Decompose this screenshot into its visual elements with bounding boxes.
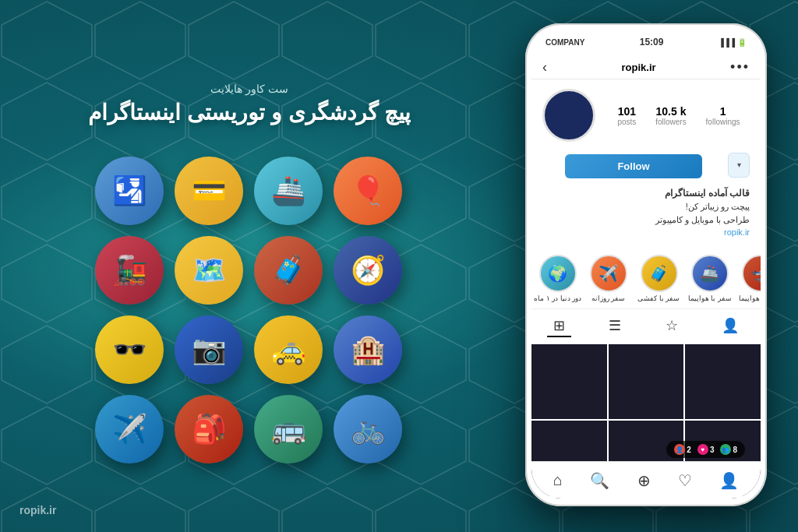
notif-like-icon: 👤	[674, 444, 685, 455]
posts-count: 101	[618, 105, 636, 118]
story-highlights: 🌍 دور دنیا در ۱ ماه ✈️ سفر روزانه 🧳 سفر …	[531, 248, 761, 309]
profile-section: 101 posts 10.5 k followers 1 followings	[531, 79, 761, 248]
brand-watermark: ropik.ir	[19, 504, 56, 516]
icon-glasses: 🕶️	[95, 315, 164, 384]
battery-indicator: ▐▐▐ 🔋	[719, 38, 747, 47]
phone-screen: COMPANY 15:09 ▐▐▐ 🔋 ‹ ropik.ir •••	[531, 31, 761, 499]
bottom-navigation: ⌂ 🔍 ⊕ ♡ 👤	[531, 461, 761, 499]
tagged-tab[interactable]: ☆	[659, 315, 684, 337]
icon-hotel: 🏨	[334, 315, 402, 384]
following-count: 1	[720, 105, 726, 118]
follow-btn-wrap: Follow	[542, 150, 725, 180]
profile-stats: 101 posts 10.5 k followers 1 followings	[608, 105, 750, 126]
left-section: ست کاور هایلایت پیچ گردشگری و توریستی ای…	[16, 0, 483, 532]
carrier: COMPANY	[546, 38, 584, 47]
icon-balloon: 🎈	[334, 157, 402, 225]
icon-compass: 🧭	[334, 236, 402, 305]
icon-card: 💳	[175, 157, 243, 225]
highlight-luggage-label: سفر با کفشی	[637, 294, 680, 302]
icon-ship: 🚢	[254, 157, 323, 225]
highlight-3[interactable]: 🧳 سفر با کفشی	[637, 255, 680, 302]
icon-grid: 🛂 💳 🚢 🎈 🚂 🗺️ 🧳 🧭 🕶️ 📷	[95, 157, 404, 465]
notif-hearts: ♥ 3	[697, 444, 715, 455]
posts-label: posts	[617, 118, 636, 126]
more-options-button[interactable]: •••	[730, 59, 750, 76]
highlight-4[interactable]: 🚢 سفر با هواپیما	[688, 255, 731, 302]
notif-like-count: 2	[687, 446, 691, 454]
notif-follow-count: 8	[733, 446, 737, 454]
list-tab[interactable]: ☰	[602, 315, 627, 337]
stat-posts: 101 posts	[617, 105, 636, 126]
status-bar: COMPANY 15:09 ▐▐▐ 🔋	[531, 31, 761, 53]
clock: 15:09	[640, 37, 664, 48]
back-button[interactable]: ‹	[542, 59, 547, 76]
nav-home-icon[interactable]: ⌂	[553, 471, 563, 489]
notif-follow-icon: 👥	[720, 444, 731, 455]
bio-title: قالب آماده اینستاگرام	[542, 186, 750, 200]
following-label: followings	[706, 118, 740, 126]
highlight-1[interactable]: 🌍 دور دنیا در ۱ ماه	[536, 255, 579, 302]
followers-count: 10.5 k	[656, 105, 687, 118]
profile-bio: قالب آماده اینستاگرام پیچت رو زیباتر کن!…	[542, 186, 750, 239]
bio-link[interactable]: ropik.ir	[724, 227, 750, 237]
notif-heart-icon: ♥	[697, 444, 708, 455]
icon-passport: 🛂	[95, 157, 164, 225]
icon-bus: 🚌	[254, 395, 323, 463]
photo-cell-2[interactable]	[609, 344, 684, 420]
follow-dropdown-button[interactable]: ▾	[728, 153, 750, 178]
nav-add-icon[interactable]: ⊕	[637, 471, 651, 490]
photo-cell-1[interactable]	[531, 344, 607, 420]
highlight-globe-icon: 🌍	[539, 255, 577, 292]
icon-backpack: 🎒	[175, 395, 243, 463]
follow-button[interactable]: Follow	[565, 154, 702, 178]
phone-frame: COMPANY 15:09 ▐▐▐ 🔋 ‹ ropik.ir •••	[525, 23, 767, 506]
notif-heart-count: 3	[710, 446, 715, 454]
highlight-2[interactable]: ✈️ سفر روزانه	[587, 255, 630, 302]
phone-mockup: COMPANY 15:09 ▐▐▐ 🔋 ‹ ropik.ir •••	[525, 23, 767, 506]
profile-username: ropik.ir	[622, 62, 656, 73]
follow-row: Follow ▾	[542, 150, 750, 180]
icon-train: 🚂	[95, 236, 164, 305]
notif-likes: 👤 2	[674, 444, 691, 455]
avatar	[542, 89, 595, 142]
highlight-luggage-icon: 🧳	[641, 255, 678, 292]
profile-tab-bar: ⊞ ☰ ☆ 👤	[531, 309, 761, 344]
stat-followers: 10.5 k followers	[655, 105, 686, 126]
highlight-globe-label: دور دنیا در ۱ ماه	[534, 294, 581, 302]
title-area: ست کاور هایلایت پیچ گردشگری و توریستی ای…	[88, 83, 410, 125]
icon-plane: ✈️	[95, 395, 164, 463]
igtv-tab[interactable]: 👤	[715, 315, 745, 337]
nav-search-icon[interactable]: 🔍	[590, 471, 609, 490]
icon-luggage: 🧳	[254, 236, 323, 305]
followers-label: followers	[655, 118, 686, 126]
subtitle: ست کاور هایلایت	[88, 83, 410, 95]
highlight-flight-label: سفر با هواپیما	[739, 294, 761, 302]
main-title: پیچ گردشگری و توریستی اینستاگرام	[88, 100, 410, 125]
notif-follows: 👥 8	[720, 444, 737, 455]
highlight-ship-icon: 🚢	[691, 255, 729, 292]
icon-camera: 📷	[175, 315, 243, 384]
highlight-plane-label: سفر روزانه	[591, 294, 626, 302]
highlight-5[interactable]: 🛫 سفر با هواپیما	[739, 255, 761, 302]
bio-line1: پیچت رو زیباتر کن!	[542, 200, 750, 213]
grid-tab[interactable]: ⊞	[547, 315, 571, 337]
nav-profile-icon[interactable]: 👤	[719, 471, 739, 490]
photo-cell-3[interactable]	[685, 344, 761, 420]
highlight-ship-label: سفر با هواپیما	[688, 294, 732, 302]
stat-following: 1 followings	[706, 105, 740, 126]
icon-map: 🗺️	[175, 236, 243, 305]
highlight-plane-icon: ✈️	[590, 255, 627, 292]
nav-activity-icon[interactable]: ♡	[678, 471, 692, 490]
profile-top: 101 posts 10.5 k followers 1 followings	[542, 89, 750, 142]
instagram-header: ‹ ropik.ir •••	[531, 53, 761, 79]
bio-line2: طراحی با موبایل و کامپیوتر	[542, 213, 750, 227]
notification-bar: 👤 2 ♥ 3 👥 8	[666, 441, 745, 458]
highlight-flight-icon: 🛫	[742, 255, 761, 292]
icon-bike: 🚲	[334, 395, 402, 463]
icon-taxi: 🚕	[254, 315, 323, 384]
